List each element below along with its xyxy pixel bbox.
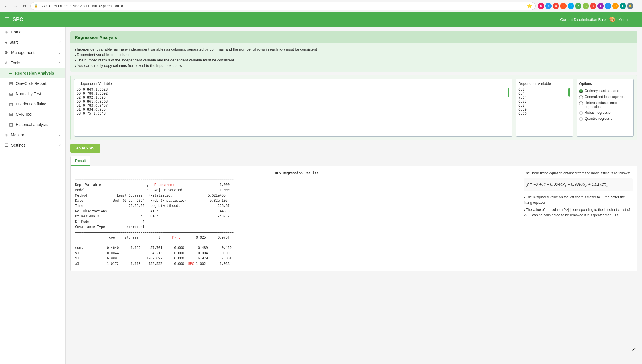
sidebar-item-tools[interactable]: ✳ Tools ∧ (0, 58, 65, 68)
ext-5[interactable]: ? (568, 3, 574, 9)
sidebar-label-settings: Settings (11, 143, 26, 147)
sidebar-label-start: Start (9, 40, 18, 45)
radio-gls[interactable] (579, 95, 583, 99)
ext-10[interactable]: ⊞ (605, 3, 611, 9)
option-quantile[interactable]: Quantile regression (579, 116, 631, 122)
sidebar-item-start[interactable]: ◂ Start ∨ (0, 37, 65, 47)
refresh-button[interactable]: ↻ (21, 3, 28, 9)
settings-chevron: ∨ (58, 143, 61, 147)
options-title: Options (579, 81, 631, 86)
instruction-4: You can directly copy columns from excel… (75, 63, 633, 68)
options-box: Options Ordinary least squares Generaliz… (577, 79, 634, 137)
back-button[interactable]: ← (3, 3, 10, 9)
more-button[interactable]: ⋮ (635, 3, 639, 9)
normality-icon: ▦ (9, 91, 13, 96)
sidebar-label-home: Home (11, 30, 21, 34)
historical-icon: ▦ (9, 122, 13, 127)
tab-result[interactable]: Result (71, 156, 90, 166)
label-gls: Generalized least squares (585, 95, 624, 99)
equation-title: The linear fitting equation obtained fro… (524, 171, 633, 176)
dependent-textarea[interactable]: 6.8 6.4 7.04 6.77 6.2 6.59 6.06 (518, 87, 571, 133)
monitor-chevron: ∨ (58, 133, 61, 137)
ext-1[interactable]: S (538, 3, 544, 9)
dep-scrollbar-indicator (568, 88, 570, 97)
page-content: Regression Analysis Independent variable… (66, 27, 642, 364)
sidebar-item-historical[interactable]: ▦ Historical analysis (0, 119, 65, 130)
sidebar-item-management[interactable]: ⚙ Management ∨ (0, 47, 65, 58)
ols-table: OLS Regression Results =================… (75, 171, 518, 266)
admin-menu-icon[interactable]: ⋮ (633, 17, 637, 22)
ols-output: ========================================… (75, 177, 518, 266)
sidebar-item-monitor[interactable]: ⊕ Monitor ∨ (0, 130, 65, 140)
radio-heter[interactable] (579, 101, 583, 105)
result-section: Result OLS Regression Results ==========… (70, 156, 637, 271)
app-container: ☰ SPC Current Discrimination Rule 🎨 Admi… (0, 12, 642, 364)
radio-quantile[interactable] (579, 117, 583, 121)
instruction-2: Dependent variable: one column (75, 52, 633, 57)
sidebar-item-cpk[interactable]: ▦ CPK Tool (0, 109, 65, 119)
equation-section: The linear fitting equation obtained fro… (524, 171, 633, 266)
sidebar-item-oneclick[interactable]: ▦ One-Click Report (0, 78, 65, 89)
equation-notes: The R-squared value on the left chart is… (524, 194, 633, 219)
sidebar-item-distribution[interactable]: ▦ Distribution fitting (0, 99, 65, 109)
sidebar-item-home[interactable]: ⊕ Home (0, 27, 65, 37)
main-content: ⊕ Home ◂ Start ∨ ⚙ Management ∨ ✳ Tools … (0, 27, 642, 364)
equation-display: y = −0.464 + 0.0044x1 + 6.9897x2 + 1.017… (524, 178, 633, 191)
sidebar-item-settings[interactable]: ☰ Settings ∨ (0, 140, 65, 150)
sidebar-label-distribution: Distribution fitting (16, 102, 46, 106)
ext-2[interactable]: N (545, 3, 552, 9)
distribution-icon: ▦ (9, 102, 13, 106)
management-icon: ⚙ (5, 50, 8, 55)
option-heter[interactable]: Heteroscedastic errorregression (579, 100, 631, 110)
extensions-area: S N ◉ P ? ✓ ⬡ ● ◈ ⊞ ◌ ◧ 🔔 ⋮ (538, 3, 639, 9)
label-ols: Ordinary least squares (585, 89, 619, 93)
start-chevron: ∨ (58, 40, 61, 44)
sidebar-label-monitor: Monitor (11, 133, 24, 137)
analysis-button[interactable]: ANALYSIS (70, 144, 100, 153)
ext-11[interactable]: ◌ (612, 3, 619, 9)
instruction-3: The number of rows of the independent va… (75, 57, 633, 63)
page-header: Regression Analysis (70, 31, 637, 43)
hamburger-icon[interactable]: ☰ (5, 16, 9, 23)
ext-3[interactable]: ◉ (553, 3, 559, 9)
sidebar-label-cpk: CPK Tool (16, 112, 32, 117)
independent-textarea[interactable]: 56,0.849,1.0628 60,0.788,1.0692 52,0.892… (77, 87, 510, 133)
ext-13[interactable]: 🔔 (627, 3, 633, 9)
home-icon: ⊕ (5, 30, 8, 34)
regression-icon: ∞ (9, 71, 12, 75)
ext-4[interactable]: P (560, 3, 567, 9)
address-bar[interactable]: 🔒 127.0.0.1:5001/regression?menu_id=14&p… (30, 2, 536, 10)
result-tabs: Result (71, 156, 637, 166)
sidebar-label-tools: Tools (11, 61, 20, 65)
monitor-icon: ⊕ (5, 133, 8, 137)
dependent-variable-box: Dependent Variable 6.8 6.4 7.04 6.77 6.2… (516, 79, 573, 137)
forward-button[interactable]: → (12, 3, 19, 9)
option-robust[interactable]: Robust regression (579, 110, 631, 116)
radio-ols[interactable] (579, 89, 583, 93)
independent-label: Independent Variable (77, 81, 510, 86)
instruction-list: Independent variable: as many independen… (75, 47, 633, 68)
browser-bar: ← → ↻ 🔒 127.0.0.1:5001/regression?menu_i… (0, 0, 642, 12)
option-gls[interactable]: Generalized least squares (579, 94, 631, 100)
admin-label: Admin (619, 17, 629, 22)
page-title: Regression Analysis (75, 35, 117, 40)
ext-7[interactable]: ⬡ (583, 3, 589, 9)
sidebar-item-regression[interactable]: ∞ Regression Analysis (0, 68, 65, 78)
sidebar-label-management: Management (11, 50, 35, 55)
ext-8[interactable]: ● (590, 3, 596, 9)
dependent-label: Dependent Variable (518, 81, 571, 86)
label-quantile: Quantile regression (585, 117, 614, 121)
palette-icon[interactable]: 🎨 (609, 16, 615, 23)
oneclick-icon: ▦ (9, 81, 13, 86)
discrimination-rule-link[interactable]: Current Discrimination Rule (560, 17, 606, 22)
independent-variable-box: Independent Variable 56,0.849,1.0628 60,… (74, 79, 512, 137)
option-ols[interactable]: Ordinary least squares (579, 88, 631, 94)
sidebar-label-normality: Normality Test (16, 91, 41, 96)
instructions-section: Independent variable: as many independen… (70, 43, 637, 72)
ext-12[interactable]: ◧ (620, 3, 626, 9)
url-text: 127.0.0.1:5001/regression?menu_id=14&par… (40, 4, 123, 8)
ext-9[interactable]: ◈ (597, 3, 604, 9)
ext-6[interactable]: ✓ (575, 3, 581, 9)
radio-robust[interactable] (579, 111, 583, 115)
sidebar-item-normality[interactable]: ▦ Normality Test (0, 89, 65, 99)
